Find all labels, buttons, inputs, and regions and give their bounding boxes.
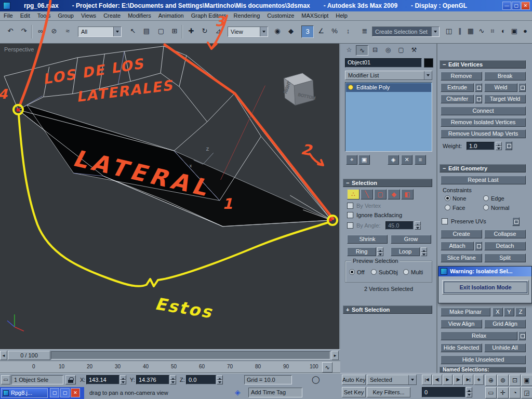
slice-plane-button[interactable]: Slice Plane	[441, 254, 482, 262]
object-name-field[interactable]: Object01	[345, 58, 422, 68]
menu-views[interactable]: Views	[77, 11, 100, 20]
isolation-warning-dialog[interactable]: Warning: Isolated Sel... Exit Isolation …	[438, 266, 532, 303]
zoom-extents-all-icon[interactable]: ▣	[521, 375, 532, 386]
select-move-icon[interactable]: ✚	[185, 25, 197, 38]
angle-snap-icon[interactable]: ∠	[315, 25, 327, 38]
object-color-swatch[interactable]	[424, 58, 433, 68]
unlink-selection-icon[interactable]: ⊘	[48, 25, 60, 38]
maximize-viewport-toggle-icon[interactable]: ◲	[521, 387, 532, 398]
hide-unselected-button[interactable]: Hide Unselected	[441, 355, 526, 364]
time-slider-track[interactable]	[51, 351, 330, 360]
constraint-face-radio[interactable]	[445, 205, 450, 210]
selection-lock-icon[interactable]	[65, 375, 76, 384]
subobject-vertex-icon[interactable]: ∴	[347, 189, 360, 200]
dialog-titlebar[interactable]: Warning: Isolated Sel...	[438, 267, 531, 276]
remove-modifier-icon[interactable]: ✕	[401, 155, 413, 165]
hide-selected-button[interactable]: Hide Selected	[441, 343, 482, 352]
window-crossing-icon[interactable]: ⊞	[168, 25, 181, 38]
subobject-edge-icon[interactable]: ╲	[361, 189, 373, 200]
modifier-stack[interactable]: Editable Poly	[345, 82, 432, 152]
menu-maxscript[interactable]: MAXScript	[298, 11, 332, 20]
preserve-uvs-checkbox[interactable]	[442, 218, 448, 224]
close-icon[interactable]: ✕	[521, 2, 530, 10]
animate-selected-dropdown[interactable]: Selected	[367, 375, 417, 385]
key-filters-button[interactable]: Key Filters...	[367, 387, 410, 397]
modifier-stack-row[interactable]: Editable Poly	[346, 83, 431, 92]
play-animation-icon[interactable]: ▶	[443, 375, 453, 385]
make-unique-icon[interactable]: ◈	[388, 155, 399, 165]
previous-frame-icon[interactable]: ◀|	[432, 375, 442, 385]
pan-view-icon[interactable]: ✛	[497, 387, 509, 398]
select-manipulate-icon[interactable]: ◆	[285, 25, 297, 38]
weight-spinner[interactable]	[496, 142, 502, 150]
tab-create-icon[interactable]: ☆	[343, 45, 355, 56]
attach-button[interactable]: Attach	[441, 242, 474, 250]
ignore-backfacing-checkbox[interactable]	[347, 212, 353, 218]
edit-vertices-header[interactable]: −Edit Vertices	[440, 60, 526, 69]
quick-render-icon[interactable]: ●	[519, 25, 531, 38]
pin-stack-icon[interactable]: ⌖	[346, 155, 357, 165]
menu-rendering[interactable]: Rendering	[230, 11, 264, 20]
weight-field[interactable]: 1.0	[467, 142, 495, 150]
y-coordinate-field[interactable]: 14.376	[136, 375, 169, 384]
region-shape-icon[interactable]: ▢	[155, 25, 167, 38]
spinner-snap-icon[interactable]: ↕	[342, 25, 354, 38]
view-align-button[interactable]: View Align	[441, 320, 482, 328]
time-slider[interactable]: 0 / 100	[8, 351, 50, 360]
shrink-button[interactable]: Shrink	[347, 235, 388, 244]
maximize-icon[interactable]: ▢	[512, 2, 521, 10]
dropdown-arrow-icon[interactable]	[424, 71, 432, 79]
undo-icon[interactable]: ↶	[4, 25, 17, 38]
menu-group[interactable]: Group	[54, 11, 77, 20]
constraint-edge-radio[interactable]	[483, 195, 489, 201]
set-key-button[interactable]: Set Key	[342, 387, 366, 397]
zoom-all-icon[interactable]: ⊚	[497, 375, 509, 386]
tab-display-icon[interactable]: ▢	[395, 45, 407, 56]
key-mode-toggle-icon[interactable]: ◈	[474, 375, 484, 385]
preview-off-radio[interactable]	[349, 269, 355, 275]
weight-settings-icon[interactable]	[505, 141, 512, 150]
extrude-settings-icon[interactable]	[475, 83, 482, 92]
named-selection-set-field[interactable]: Create Selection Set	[372, 26, 440, 37]
menu-modifiers[interactable]: Modifiers	[124, 11, 155, 20]
menu-edit[interactable]: Edit	[17, 11, 34, 20]
select-object-icon[interactable]: ↖	[127, 25, 139, 38]
dropdown-arrow-icon[interactable]	[260, 27, 268, 36]
extrude-button[interactable]: Extrude	[441, 83, 474, 92]
preserve-uvs-settings-icon[interactable]	[512, 217, 520, 226]
dropdown-arrow-icon[interactable]	[431, 27, 439, 36]
subobject-element-icon[interactable]: ◧	[401, 189, 414, 200]
subobject-polygon-icon[interactable]: ◆	[388, 189, 400, 200]
target-weld-button[interactable]: Target Weld	[484, 95, 526, 103]
slider-right-arrow-icon[interactable]: ▸	[331, 351, 339, 360]
unhide-all-button[interactable]: Unhide All	[484, 343, 526, 352]
grid-align-button[interactable]: Grid Align	[484, 320, 526, 328]
ring-spinner[interactable]	[377, 247, 383, 256]
planar-z-button[interactable]: Z	[515, 308, 526, 316]
tab-motion-icon[interactable]: ◎	[382, 45, 394, 56]
detach-button[interactable]: Detach	[484, 242, 526, 250]
dropdown-arrow-icon[interactable]	[408, 375, 416, 384]
reference-coordinate-dropdown[interactable]: View	[228, 26, 268, 37]
collapse-button[interactable]: Collapse	[484, 230, 526, 238]
planar-y-button[interactable]: Y	[504, 308, 514, 316]
edit-named-sets-icon[interactable]: ≣	[358, 25, 371, 38]
menu-tools[interactable]: Tools	[34, 11, 55, 20]
titlebar[interactable]: rpg_06.max - Project Folder: E:\Document…	[0, 0, 532, 11]
preview-multi-radio[interactable]	[403, 269, 409, 275]
select-rotate-icon[interactable]: ↻	[198, 25, 211, 38]
create-button[interactable]: Create	[441, 230, 482, 238]
subobject-border-icon[interactable]: ▢	[374, 189, 387, 200]
auto-key-button[interactable]: Auto Key	[342, 375, 366, 385]
taskbar-window-icon[interactable]: ▢	[60, 388, 70, 397]
taskbar-window-icon[interactable]: ▢	[50, 388, 59, 397]
exit-isolation-mode-button[interactable]: Exit Isolation Mode	[442, 280, 529, 295]
next-frame-icon[interactable]: |▶	[453, 375, 463, 385]
by-angle-spinner[interactable]	[415, 221, 421, 230]
viewport-perspective[interactable]: Z x RIGHT BOTTOM Perspective	[0, 44, 340, 349]
relax-settings-icon[interactable]	[518, 331, 526, 340]
slider-left-arrow-icon[interactable]: ◂	[0, 351, 7, 360]
modifier-list-dropdown[interactable]: Modifier List	[345, 71, 432, 80]
bind-spacewarp-icon[interactable]: ≈	[61, 25, 74, 38]
by-vertex-checkbox[interactable]	[347, 203, 353, 209]
